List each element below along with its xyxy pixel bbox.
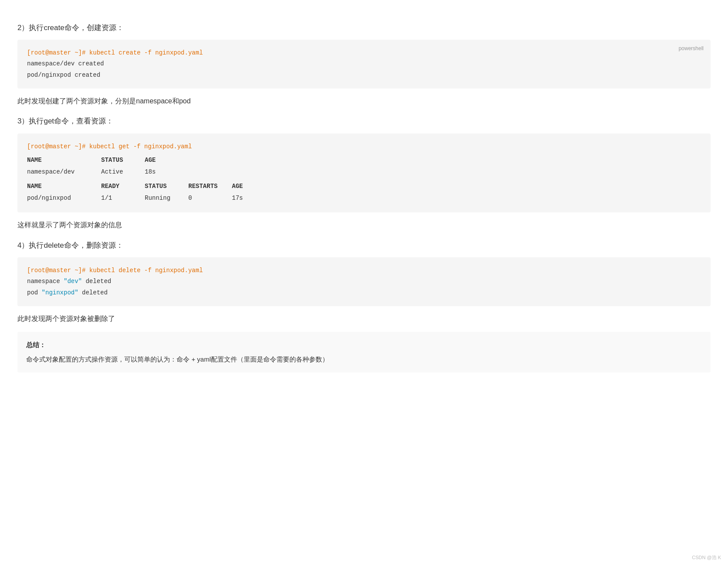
table2-restarts: 0 [188,193,232,204]
step2-filename: nginxpod.yaml [155,49,203,56]
step2-command-line: [root@master ~]# kubectl create -f nginx… [27,48,701,58]
step4-ns-suffix: deleted [82,278,111,285]
step3-title: 3）执行get命令，查看资源： [17,115,711,127]
table2-col-status-header: STATUS [145,181,188,192]
step3-description: 这样就显示了两个资源对象的信息 [17,219,711,231]
powershell-label: powershell [679,44,704,54]
table1-status: Active [101,167,145,178]
step2-prompt: [root@master ~]# [27,49,85,56]
step3-table2: NAME READY STATUS RESTARTS AGE pod/nginx… [27,181,701,204]
step4-ns-text: namespace [27,278,64,285]
table2-status: Running [145,193,188,204]
step2-cmd-kubectl: kubectl create -f [85,49,155,56]
table2-col-ready-header: READY [101,181,145,192]
step3-command-line: [root@master ~]# kubectl get -f nginxpod… [27,141,701,152]
step4-output-1: namespace "dev" deleted [27,276,701,287]
summary-box: 总结： 命令式对象配置的方式操作资源，可以简单的认为：命令 + yaml配置文件… [17,332,711,372]
table2-header-row: NAME READY STATUS RESTARTS AGE [27,181,701,192]
table2-ready: 1/1 [101,193,145,204]
table1-header-row: NAME STATUS AGE [27,155,701,166]
table2-data-row: pod/nginxpod 1/1 Running 0 17s [27,193,701,204]
step3-prompt: [root@master ~]# [27,143,85,150]
step4-pod-text: pod [27,289,42,296]
step4-code-block: [root@master ~]# kubectl delete -f nginx… [17,257,711,306]
csdn-watermark: CSDN @浩 K [692,554,721,562]
table2-col-restarts-header: RESTARTS [188,181,232,192]
step4-filename: nginxpod.yaml [155,267,203,274]
step2-output-1: namespace/dev created [27,58,701,69]
step3-filename: nginxpod.yaml [144,143,192,150]
table1-col-age-header: AGE [145,155,180,166]
step2-title: 2）执行create命令，创建资源： [17,22,711,34]
summary-content: 命令式对象配置的方式操作资源，可以简单的认为：命令 + yaml配置文件（里面是… [26,353,702,366]
summary-title: 总结： [26,339,702,352]
step4-pod-string: "nginxpod" [42,289,78,296]
step4-command-line: [root@master ~]# kubectl delete -f nginx… [27,265,701,276]
table2-col-name-header: NAME [27,181,101,192]
step2-output-2: pod/nginxpod created [27,70,701,81]
step3-table1: NAME STATUS AGE namespace/dev Active 18s [27,155,701,178]
step4-ns-string: "dev" [64,278,82,285]
step4-title: 4）执行delete命令，删除资源： [17,239,711,251]
table1-data-row: namespace/dev Active 18s [27,167,701,178]
table2-pod: pod/nginxpod [27,193,101,204]
step4-prompt: [root@master ~]# [27,267,85,274]
table1-col-status-header: STATUS [101,155,145,166]
step3-code-block: [root@master ~]# kubectl get -f nginxpod… [17,133,711,213]
table2-age: 17s [232,193,267,204]
step2-code-block: powershell [root@master ~]# kubectl crea… [17,40,711,89]
step4-output-2: pod "nginxpod" deleted [27,287,701,298]
step4-description: 此时发现两个资源对象被删除了 [17,313,711,324]
table2-col-age-header: AGE [232,181,267,192]
table1-col-name-header: NAME [27,155,101,166]
table1-age: 18s [145,167,180,178]
step4-cmd-kubectl: kubectl delete -f [85,267,155,274]
table1-namespace: namespace/dev [27,167,101,178]
step3-cmd-kubectl: kubectl get -f [85,143,144,150]
step4-pod-suffix: deleted [78,289,108,296]
step2-description: 此时发现创建了两个资源对象，分别是namespace和pod [17,96,711,107]
